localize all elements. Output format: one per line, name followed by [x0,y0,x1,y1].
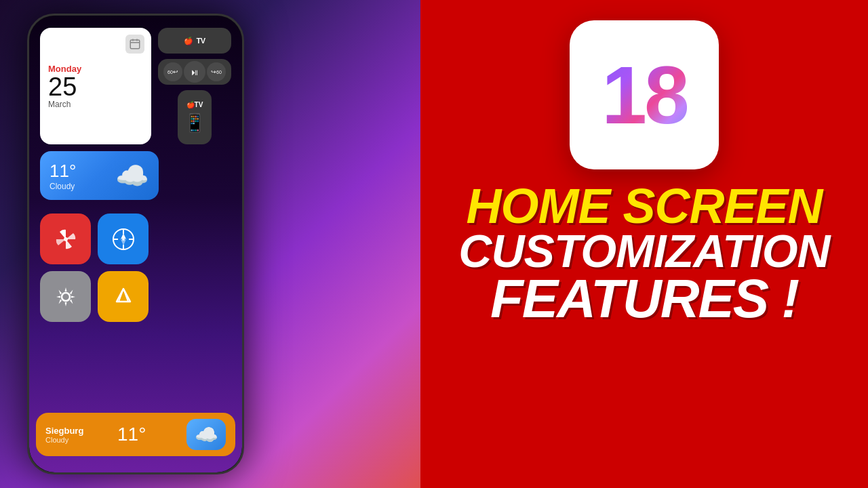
pinwheel-svg [53,226,79,252]
apple-logo-icon: 🍎 [184,37,193,45]
skip-forward-icon: ↪ [211,68,216,75]
svg-rect-0 [130,40,140,49]
appletv-logo-widget: 🍎 TV [158,28,231,54]
drive-svg [111,284,136,310]
app-grid [40,214,231,322]
date-month: March [48,100,143,109]
title-line-3: FEATURES ! [458,273,829,325]
safari-app-icon[interactable] [98,214,149,264]
tv-widget: 🍎 TV 60 ↩ ⏯ ↪ 60 [158,28,231,144]
bottom-weather-bar: Siegburg Cloudy 11° ☁️ [36,413,235,456]
settings-app-icon[interactable] [40,271,91,322]
bottom-city-name: Siegburg [45,426,83,436]
ios18-version-text: 18 [601,54,686,136]
bottom-cloud-icon: ☁️ [186,419,226,450]
svg-point-4 [64,237,68,241]
play-pause-button[interactable]: ⏯ [184,61,205,83]
bottom-temperature: 11° [117,424,146,445]
title-block: HOME SCREEN CUSTOMIZATION FEATURES ! [438,183,850,325]
calendar-icon [125,35,144,54]
weather-info: 11° Cloudy [50,161,76,191]
weather-temperature: 11° [50,161,76,182]
weather-row: 11° Cloudy ☁️ [40,151,231,207]
phone-screen: Monday 25 March 🍎 TV [29,16,242,472]
date-number: 25 [48,74,143,100]
skip-forward-num: 60 [216,70,222,75]
bottom-weather-desc: Cloudy [45,436,83,444]
top-widgets-row: Monday 25 March 🍎 TV [40,28,231,144]
tv-label: TV [196,37,205,45]
weather-description: Cloudy [50,182,76,191]
skip-back-num: 60 [167,70,173,75]
media-controls-widget: 60 ↩ ⏯ ↪ 60 [158,59,231,85]
right-branding-section: 18 HOME SCREEN CUSTOMIZATION FEATURES ! [420,0,868,488]
ios18-app-icon: 18 [570,20,719,169]
weather-widget: 11° Cloudy ☁️ [40,151,159,200]
pinwheel-app-icon[interactable] [40,214,91,264]
bottom-city-info: Siegburg Cloudy [45,426,83,444]
remote-icon: 📱 [184,113,205,134]
date-widget: Monday 25 March [40,28,151,144]
skip-back-icon: ↩ [173,68,178,75]
weather-cloud-icon: ☁️ [115,160,149,192]
phone-mockup: Monday 25 March 🍎 TV [27,14,244,474]
svg-point-13 [62,293,70,301]
title-line-1: HOME SCREEN [458,183,829,229]
tv-remote-widget: 🍎TV 📱 [178,90,212,144]
app-icons-container [40,214,159,322]
media-controls: 60 ↩ ⏯ ↪ 60 [163,61,226,83]
google-drive-app-icon[interactable] [98,271,149,322]
title-line-2: CUSTOMIZATION [458,229,829,273]
compass-svg [111,226,136,252]
skip-forward-button[interactable]: ↪ 60 [207,62,226,81]
settings-svg [53,284,79,310]
skip-back-button[interactable]: 60 ↩ [163,62,182,81]
play-pause-icon: ⏯ [191,67,199,77]
appletv-remote-label: 🍎TV [186,101,203,108]
